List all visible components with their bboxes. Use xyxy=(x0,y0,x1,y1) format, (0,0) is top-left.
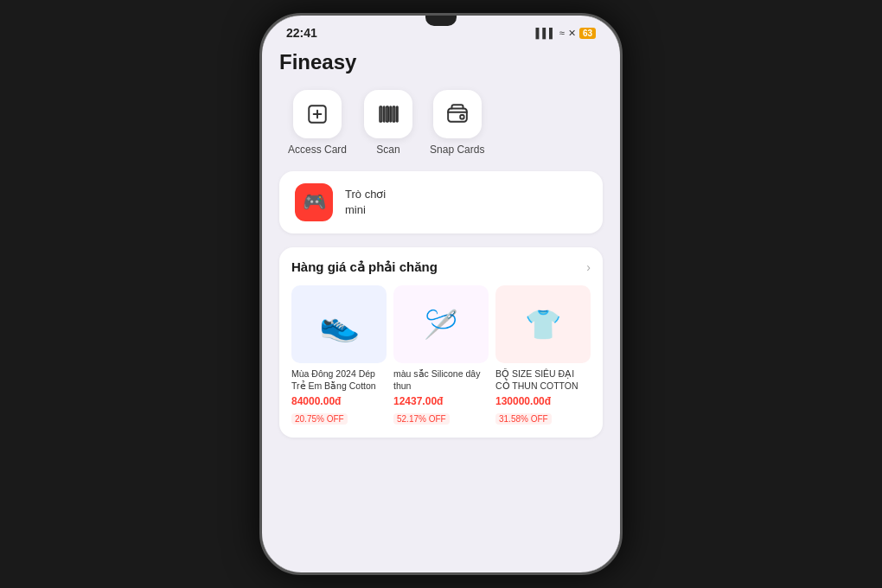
status-bar: 22:41 ▌▌▌ ≈ ✕ 63 xyxy=(262,16,620,43)
product-price-1: 84000.00đ xyxy=(291,395,387,407)
product-item-3[interactable]: 👕 BỘ SIZE SIÊU ĐẠI CỎ THUN COTTON 130000… xyxy=(495,285,591,425)
wifi-icon: ≈ xyxy=(559,28,565,38)
x-icon: ✕ xyxy=(568,28,576,39)
phone-frame: 22:41 ▌▌▌ ≈ ✕ 63 Fineasy xyxy=(259,13,623,575)
product-image-3: 👕 xyxy=(495,285,591,363)
app-title: Fineasy xyxy=(279,50,603,74)
status-time: 22:41 xyxy=(286,26,317,40)
scan-button[interactable]: Scan xyxy=(364,90,412,156)
svg-rect-8 xyxy=(397,106,398,121)
svg-rect-4 xyxy=(384,106,385,121)
product-image-1: 👟 xyxy=(291,285,387,363)
app-content: Fineasy Access Card xyxy=(262,43,620,572)
notch xyxy=(425,16,457,26)
plus-square-icon xyxy=(306,103,329,125)
snap-cards-button[interactable]: Snap Cards xyxy=(430,90,484,156)
signal-icon: ▌▌▌ xyxy=(535,28,555,38)
product-image-2: 🪡 xyxy=(393,285,489,363)
snap-cards-icon-box xyxy=(433,90,482,138)
product-name-1: Mùa Đông 2024 Dép Trẻ Em Bằng Cotton xyxy=(291,368,387,392)
svg-rect-10 xyxy=(460,115,463,118)
game-label: Trò chơimini xyxy=(345,187,386,218)
product-price-2: 12437.00đ xyxy=(393,395,489,407)
svg-rect-3 xyxy=(380,106,381,121)
access-card-label: Access Card xyxy=(288,144,347,156)
scan-label: Scan xyxy=(376,144,399,156)
scan-icon-box xyxy=(364,90,412,138)
barcode-icon xyxy=(377,103,399,125)
access-card-button[interactable]: Access Card xyxy=(288,90,347,156)
phone-screen: 22:41 ▌▌▌ ≈ ✕ 63 Fineasy xyxy=(262,16,620,572)
product-price-3: 130000.00đ xyxy=(495,395,591,407)
game-icon: 🎮 xyxy=(295,183,333,221)
products-section: Hàng giá cả phải chăng › 👟 Mùa Đông 2024… xyxy=(279,247,603,438)
battery-indicator: 63 xyxy=(579,28,596,39)
product-discount-2: 52.17% OFF xyxy=(393,413,450,425)
product-item-1[interactable]: 👟 Mùa Đông 2024 Dép Trẻ Em Bằng Cotton 8… xyxy=(291,285,387,425)
wallet-icon xyxy=(446,103,469,125)
status-icons: ▌▌▌ ≈ ✕ 63 xyxy=(535,28,596,39)
products-grid: 👟 Mùa Đông 2024 Dép Trẻ Em Bằng Cotton 8… xyxy=(291,285,591,425)
snap-cards-label: Snap Cards xyxy=(430,144,484,156)
product-discount-3: 31.58% OFF xyxy=(495,413,552,425)
svg-rect-6 xyxy=(390,106,391,121)
mini-game-card[interactable]: 🎮 Trò chơimini xyxy=(279,171,603,233)
access-card-icon-box xyxy=(293,90,342,138)
products-title: Hàng giá cả phải chăng xyxy=(291,259,438,275)
product-discount-1: 20.75% OFF xyxy=(291,413,348,425)
quick-actions: Access Card Scan xyxy=(279,90,603,156)
svg-rect-5 xyxy=(387,106,388,121)
products-header: Hàng giá cả phải chăng › xyxy=(291,259,591,275)
product-name-3: BỘ SIZE SIÊU ĐẠI CỎ THUN COTTON xyxy=(495,368,591,392)
svg-rect-7 xyxy=(393,106,394,121)
product-name-2: màu sắc Silicone dây thun xyxy=(393,368,489,392)
chevron-right-icon[interactable]: › xyxy=(586,260,591,274)
product-item-2[interactable]: 🪡 màu sắc Silicone dây thun 12437.00đ 52… xyxy=(393,285,489,425)
